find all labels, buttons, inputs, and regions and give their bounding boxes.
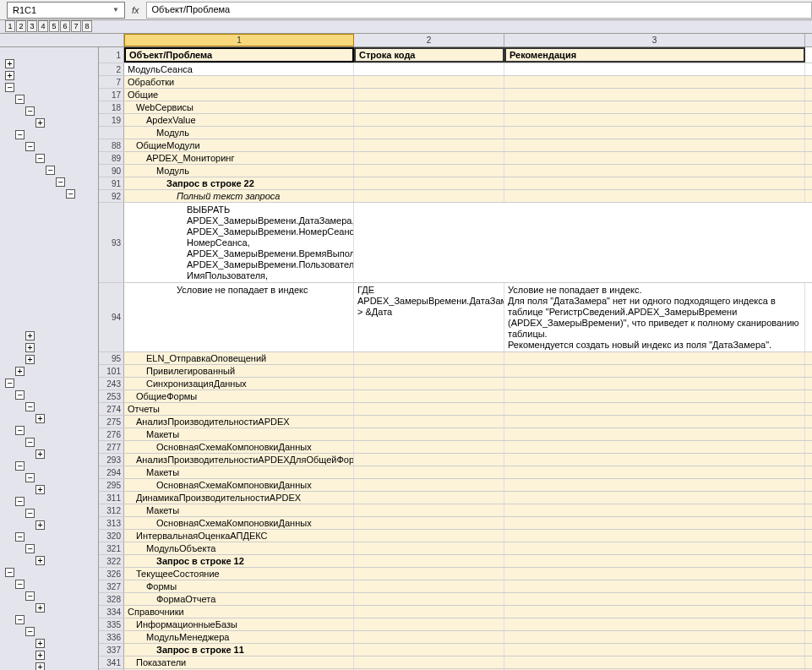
cell-recommendation[interactable] xyxy=(504,89,805,101)
expand-icon[interactable]: + xyxy=(35,520,45,530)
outline-level-2[interactable]: 2 xyxy=(16,20,26,32)
cell-object[interactable]: ОбщиеМодули xyxy=(124,139,354,151)
cell-recommendation[interactable] xyxy=(504,466,805,478)
cell-line[interactable] xyxy=(354,631,504,643)
cell-recommendation[interactable] xyxy=(504,555,805,567)
cell-recommendation[interactable] xyxy=(504,530,805,542)
row-number[interactable]: 243 xyxy=(99,378,124,389)
col-header-3[interactable]: 3 xyxy=(504,34,805,46)
outline-level-1[interactable]: 1 xyxy=(5,20,15,32)
row-number[interactable]: 322 xyxy=(99,555,124,567)
cell-object[interactable]: WebСервисы xyxy=(124,101,354,113)
row-number[interactable]: 321 xyxy=(99,542,124,554)
cell-line[interactable] xyxy=(354,416,504,428)
collapse-icon[interactable]: − xyxy=(25,627,35,636)
row-number[interactable]: 327 xyxy=(99,580,124,592)
collapse-icon[interactable]: − xyxy=(5,568,14,577)
cell-object[interactable]: ОсновнаяСхемаКомпоновкиДанных xyxy=(124,479,354,491)
cell-line[interactable] xyxy=(354,454,504,466)
expand-icon[interactable]: + xyxy=(35,639,45,648)
cell-recommendation[interactable] xyxy=(504,101,805,113)
outline-level-6[interactable]: 6 xyxy=(60,20,70,32)
outline-level-5[interactable]: 5 xyxy=(49,20,59,32)
cell-recommendation[interactable] xyxy=(504,177,805,189)
cell-line[interactable] xyxy=(354,190,504,202)
cell-recommendation[interactable] xyxy=(504,403,805,415)
cell-line[interactable] xyxy=(354,606,504,618)
row-number[interactable]: 276 xyxy=(99,428,124,440)
collapse-icon[interactable]: − xyxy=(35,154,45,163)
cell-object[interactable]: Запрос в строке 22 xyxy=(124,177,354,189)
expand-icon[interactable]: + xyxy=(15,367,25,376)
expand-icon[interactable]: + xyxy=(35,651,45,660)
cell-line[interactable] xyxy=(354,580,504,592)
cell-line[interactable] xyxy=(354,618,504,630)
cell-recommendation[interactable] xyxy=(504,190,805,202)
row-number[interactable]: 293 xyxy=(99,454,124,466)
cell-recommendation[interactable] xyxy=(504,631,805,643)
row-number[interactable]: 311 xyxy=(99,492,124,504)
collapse-icon[interactable]: − xyxy=(15,426,25,435)
cell-line[interactable] xyxy=(354,593,504,605)
cell-recommendation[interactable] xyxy=(504,593,805,605)
cell-line[interactable]: ГДЕAPDEX_ЗамерыВремени.ДатаЗамера > &Дат… xyxy=(354,283,504,351)
collapse-icon[interactable]: − xyxy=(15,497,25,506)
expand-icon[interactable]: + xyxy=(5,71,14,80)
cell-line[interactable] xyxy=(354,644,504,656)
cell-object[interactable]: ВЫБРАТЬAPDEX_ЗамерыВремени.ДатаЗамера,AP… xyxy=(124,203,354,282)
row-number[interactable]: 18 xyxy=(99,101,124,113)
expand-icon[interactable]: + xyxy=(35,449,45,459)
collapse-icon[interactable]: − xyxy=(46,166,55,175)
cell-line[interactable] xyxy=(354,517,504,529)
cell-object[interactable]: ДинамикаПроизводительностиAPDEX xyxy=(124,492,354,504)
col-header-1[interactable]: 1 xyxy=(124,34,354,46)
collapse-icon[interactable]: − xyxy=(15,580,25,589)
row-number[interactable]: 295 xyxy=(99,479,124,491)
cell-object[interactable]: Условие не попадает в индекс xyxy=(124,283,354,351)
cell-line[interactable] xyxy=(354,568,504,580)
row-number[interactable]: 95 xyxy=(99,352,124,364)
collapse-icon[interactable]: − xyxy=(25,142,35,151)
expand-icon[interactable]: + xyxy=(35,485,45,494)
collapse-icon[interactable]: − xyxy=(25,106,35,116)
row-number[interactable]: 7 xyxy=(99,76,124,88)
collapse-icon[interactable]: − xyxy=(25,544,35,553)
row-number[interactable]: 19 xyxy=(99,114,124,126)
row-number[interactable]: 274 xyxy=(99,403,124,415)
collapse-icon[interactable]: − xyxy=(25,473,35,482)
cell-line[interactable] xyxy=(354,365,504,377)
cell-line[interactable] xyxy=(354,378,504,389)
expand-icon[interactable]: + xyxy=(35,662,45,670)
col-header-2[interactable]: 2 xyxy=(354,34,504,46)
cell-line[interactable] xyxy=(354,139,504,151)
cell-recommendation[interactable] xyxy=(504,656,805,668)
row-number[interactable]: 1 xyxy=(99,47,124,63)
row-number[interactable]: 253 xyxy=(99,390,124,402)
cell-object[interactable]: МодульСеанса xyxy=(124,63,354,75)
cell-recommendation[interactable] xyxy=(504,644,805,656)
row-number[interactable]: 334 xyxy=(99,606,124,618)
collapse-icon[interactable]: − xyxy=(56,177,65,187)
collapse-icon[interactable]: − xyxy=(66,189,75,199)
row-number[interactable]: 312 xyxy=(99,504,124,516)
cell-object[interactable]: Справочники xyxy=(124,606,354,618)
cell-recommendation[interactable] xyxy=(504,139,805,151)
row-number[interactable]: 17 xyxy=(99,89,124,101)
expand-icon[interactable]: + xyxy=(5,59,14,68)
collapse-icon[interactable]: − xyxy=(5,83,14,92)
collapse-icon[interactable]: − xyxy=(5,379,14,388)
row-number[interactable]: 320 xyxy=(99,530,124,542)
cell-line[interactable] xyxy=(354,504,504,516)
expand-icon[interactable]: + xyxy=(35,118,45,128)
cell-object[interactable]: ИнформационныеБазы xyxy=(124,618,354,630)
cell-recommendation[interactable] xyxy=(504,63,805,75)
dropdown-icon[interactable]: ▼ xyxy=(112,6,119,14)
cell-object[interactable]: ELN_ОтправкаОповещений xyxy=(124,352,354,364)
collapse-icon[interactable]: − xyxy=(15,130,25,139)
cell-line[interactable] xyxy=(354,177,504,189)
row-number[interactable]: 93 xyxy=(99,203,124,282)
cell-object[interactable]: МодульОбъекта xyxy=(124,542,354,554)
cell-object[interactable]: ТекущееСостояние xyxy=(124,568,354,580)
cell-recommendation[interactable] xyxy=(504,504,805,516)
cell-recommendation[interactable] xyxy=(504,365,805,377)
